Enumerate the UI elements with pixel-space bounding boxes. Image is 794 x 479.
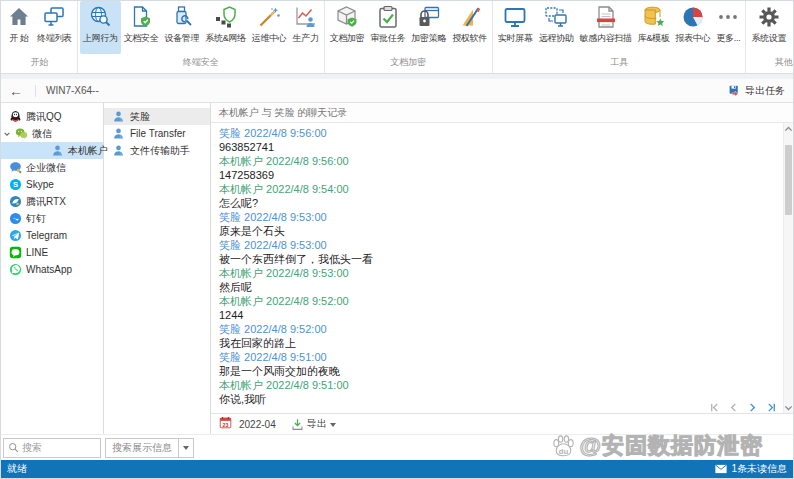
chat-scrollbar[interactable] (783, 123, 793, 413)
sidebar-item-qq[interactable]: 腾讯QQ (1, 108, 103, 125)
next-page-icon[interactable] (747, 399, 758, 410)
sidebar-item-rtx[interactable]: 腾讯RTX (1, 193, 103, 210)
home-icon (7, 5, 31, 29)
sidebar-item-label: 钉钉 (26, 212, 46, 226)
sidebar-item-person[interactable]: 本机帐户 (1, 142, 103, 159)
message-list: 笑脸 2022/4/8 9:56:00963852741本机帐户 2022/4/… (211, 123, 783, 413)
ribbon-item-label: 报表中心 (676, 32, 711, 45)
ribbon-item-internet-behavior[interactable]: 上网行为 (80, 1, 121, 54)
ribbon-item-more[interactable]: 更多... (713, 1, 743, 54)
internet-behavior-icon (88, 5, 112, 29)
ribbon-item-remote-assist[interactable]: 远程协助 (536, 1, 577, 54)
message-text: 被一个东西绊倒了，我低头一看 (219, 252, 777, 266)
unread-message-button[interactable]: 1条未读信息 (715, 462, 787, 476)
export-button[interactable]: 导出 (291, 417, 336, 431)
chat-toolbar: 23 2022-04 导出 (211, 413, 793, 434)
svg-text:23: 23 (223, 422, 229, 428)
ribbon-item-label: 系统设置 (751, 32, 786, 45)
ribbon-item-about[interactable]: 关 于 (789, 1, 793, 54)
ribbon-item-label: 终端列表 (37, 32, 72, 45)
ribbon-item-ops-center[interactable]: 运维中心 (249, 1, 290, 54)
sidebar-item-telegram[interactable]: Telegram (1, 227, 103, 244)
productivity-icon (294, 5, 318, 29)
export-task-label: 导出任务 (745, 84, 785, 98)
export-icon (291, 418, 304, 431)
dingtalk-icon (9, 212, 22, 225)
ribbon-item-document-security[interactable]: 文档安全 (121, 1, 162, 54)
nav-divider (35, 85, 36, 97)
message-sender-time: 本机帐户 2022/4/8 9:54:00 (219, 182, 777, 196)
sidebar-item-wechat[interactable]: 微信 (1, 125, 103, 142)
sidebar-item-dingtalk[interactable]: 钉钉 (1, 210, 103, 227)
ribbon-item-encryption-policy[interactable]: 加密策略 (408, 1, 449, 54)
search-box[interactable] (3, 438, 101, 458)
last-page-icon[interactable] (766, 399, 777, 410)
chat-message: 本机帐户 2022/4/8 9:52:001244 (219, 294, 777, 322)
ribbon-item-device-management[interactable]: 设备管理 (161, 1, 202, 54)
sidebar-item-wecom[interactable]: 企业微信 (1, 159, 103, 176)
ribbon-item-label: 实时屏幕 (498, 32, 533, 45)
back-button[interactable]: ← (9, 83, 31, 99)
ribbon-item-report-center[interactable]: 报表中心 (673, 1, 714, 54)
realtime-screen-icon (503, 5, 527, 29)
chat-panel: 本机帐户 与 笑脸 的聊天记录 笑脸 2022/4/8 9:56:0096385… (211, 103, 793, 434)
message-text: 你说,我听 (219, 392, 777, 406)
skype-icon: S (9, 178, 22, 191)
ribbon-item-authorized-software[interactable]: 授权软件 (449, 1, 490, 54)
authorized-software-icon (458, 5, 482, 29)
first-page-icon[interactable] (709, 399, 720, 410)
ribbon-item-label: 授权软件 (452, 32, 487, 45)
search-icon (8, 442, 19, 453)
ribbon-item-realtime-screen[interactable]: 实时屏幕 (495, 1, 536, 54)
ribbon-item-label: 审批任务 (371, 32, 406, 45)
message-sender-time: 本机帐户 2022/4/8 9:56:00 (219, 154, 777, 168)
search-input[interactable] (22, 442, 94, 453)
chat-body: 笑脸 2022/4/8 9:56:00963852741本机帐户 2022/4/… (211, 123, 793, 413)
ribbon-group: 实时屏幕远程协助敏感内容扫描库&模板报表中心更多...工具 (493, 1, 746, 73)
dropdown-arrow-icon[interactable] (178, 439, 193, 457)
sidebar-item-label: 微信 (32, 127, 52, 141)
contact-label: File Transfer (130, 128, 186, 139)
ribbon-group-label: 工具 (495, 54, 743, 73)
sidebar-item-line[interactable]: LINE (1, 244, 103, 261)
sidebar-item-skype[interactable]: SSkype (1, 176, 103, 193)
ribbon-item-label: 上网行为 (83, 32, 118, 45)
person-icon (112, 110, 125, 123)
ribbon-item-doc-encryption[interactable]: 文档加密 (327, 1, 368, 54)
contact-item[interactable]: File Transfer (104, 125, 210, 142)
calendar-button[interactable]: 23 (219, 415, 232, 433)
ribbon-group-label: 其他 (748, 54, 793, 73)
sidebar-item-whatsapp[interactable]: WhatsApp (1, 261, 103, 278)
contact-item[interactable]: 文件传输助手 (104, 142, 210, 159)
ribbon-item-approval-task[interactable]: 审批任务 (368, 1, 409, 54)
scroll-up-icon[interactable] (784, 123, 793, 135)
ribbon-item-productivity[interactable]: 生产力 (290, 1, 322, 54)
ribbon-item-sensitive-scan[interactable]: 敏感内容扫描 (577, 1, 635, 54)
export-task-button[interactable]: 导出任务 (728, 84, 785, 98)
message-text: 怎么呢? (219, 196, 777, 210)
ribbon-item-home[interactable]: 开 始 (4, 1, 34, 54)
export-label: 导出 (307, 417, 327, 431)
ribbon-item-system-network[interactable]: 系统&网络 (202, 1, 249, 54)
previous-page-icon[interactable] (728, 399, 739, 410)
scroll-down-icon[interactable] (784, 401, 793, 413)
ribbon-item-label: 文档加密 (330, 32, 365, 45)
ribbon-group: 文档加密审批任务加密策略授权软件文档加密 (325, 1, 493, 73)
sidebar-item-label: Skype (26, 179, 54, 190)
ribbon-item-library-template[interactable]: 库&模板 (635, 1, 673, 54)
ribbon-item-system-settings[interactable]: 系统设置 (748, 1, 789, 54)
terminal-list-icon (42, 5, 66, 29)
status-text: 就绪 (7, 462, 27, 476)
month-label: 2022-04 (239, 419, 276, 430)
ribbon-item-label: 设备管理 (164, 32, 199, 45)
scrollbar-thumb[interactable] (785, 145, 792, 215)
ribbon-item-terminal-list[interactable]: 终端列表 (34, 1, 75, 54)
line-icon (9, 246, 22, 259)
message-text: 963852741 (219, 140, 777, 154)
message-text: 1244 (219, 308, 777, 322)
ribbon-item-label: 开 始 (9, 32, 29, 45)
search-mode-select[interactable]: 搜索展示信息 (105, 438, 194, 458)
sidebar-item-label: WhatsApp (26, 264, 72, 275)
person-icon (112, 144, 125, 157)
contact-item[interactable]: 笑脸 (104, 108, 210, 125)
